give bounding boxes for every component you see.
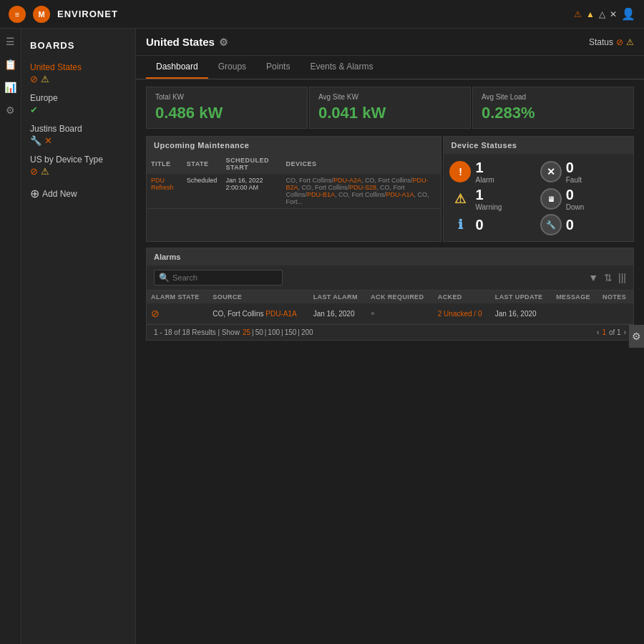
tab-bar: Dashboard Groups Points Events & Alarms bbox=[136, 56, 644, 79]
search-icon: 🔍 bbox=[159, 273, 170, 283]
tab-events-alarms[interactable]: Events & Alarms bbox=[300, 56, 383, 79]
show-100[interactable]: 100 bbox=[268, 328, 280, 336]
warning-label: Warning bbox=[475, 203, 502, 211]
tab-groups[interactable]: Groups bbox=[208, 56, 256, 79]
sidebar-item-europe[interactable]: Europe ✔ bbox=[21, 89, 135, 119]
menu-button[interactable]: ≡ bbox=[9, 6, 26, 23]
sidebar: BOARDS United States ⊘ ⚠ Europe ✔ Justin… bbox=[21, 29, 136, 644]
alarm-message-cell bbox=[552, 303, 598, 324]
alarm-badge-icon: ⊘ bbox=[30, 166, 38, 177]
sidebar-item-us-device-type[interactable]: US by Device Type ⊘ ⚠ bbox=[21, 150, 135, 181]
sidebar-item-united-states[interactable]: United States ⊘ ⚠ bbox=[21, 58, 135, 89]
settings-gear-icon[interactable]: ⚙ bbox=[219, 36, 228, 48]
warning-icon: ▲ bbox=[586, 9, 595, 19]
sidebar-item-status: 🔧 ✕ bbox=[30, 135, 127, 146]
acked-link[interactable]: 2 Unacked / 0 bbox=[438, 310, 482, 318]
right-settings-button[interactable]: ⚙ bbox=[629, 325, 644, 348]
down-circle-icon: 🖥 bbox=[540, 188, 562, 210]
ds-alarm: ! 1 Alarm bbox=[449, 160, 537, 184]
info-icon: △ bbox=[599, 9, 605, 19]
nav-boards-icon[interactable]: 📋 bbox=[4, 59, 16, 70]
ds-down: 🖥 0 Down bbox=[540, 187, 628, 211]
tab-dashboard[interactable]: Dashboard bbox=[146, 56, 208, 79]
alarm-acked-cell: 2 Unacked / 0 bbox=[434, 303, 491, 324]
tab-points[interactable]: Points bbox=[256, 56, 300, 79]
app-logo: M bbox=[33, 6, 50, 23]
prev-page-icon[interactable]: ‹ bbox=[597, 328, 599, 336]
device-statuses-box: Device Statuses ! 1 Alarm ✕ 0 Fault bbox=[443, 136, 634, 242]
device-status-grid: ! 1 Alarm ✕ 0 Fault ⚠ bbox=[444, 154, 633, 241]
alarm-label: Alarm bbox=[475, 176, 494, 184]
close-icon: ✕ bbox=[610, 9, 617, 19]
stat-label: Avg Site KW bbox=[318, 93, 462, 101]
down-label: Down bbox=[566, 203, 585, 211]
ds-tool: 🔧 0 bbox=[540, 214, 628, 235]
sort-icon[interactable]: ⇅ bbox=[604, 272, 613, 283]
stat-avg-site-kw: Avg Site KW 0.041 kW bbox=[309, 87, 471, 129]
maint-devices-cell: CO, Fort Collins/PDU-A2A, CO, Fort Colli… bbox=[282, 174, 441, 209]
ds-fault: ✕ 0 Fault bbox=[540, 160, 628, 184]
alarm-last-update-cell: Jan 16, 2020 bbox=[491, 303, 552, 324]
add-new-button[interactable]: ⊕ Add New bbox=[21, 181, 135, 206]
col-title: TITLE bbox=[147, 154, 182, 174]
left-nav: ☰ 📋 📊 ⚙ bbox=[0, 29, 21, 644]
separator: | bbox=[281, 328, 283, 336]
alarm-row: ⊘ CO, Fort Collins PDU-A1A Jan 16, 2020 … bbox=[147, 303, 633, 324]
nav-chart-icon[interactable]: 📊 bbox=[4, 82, 16, 93]
ds-info: ℹ 0 bbox=[449, 214, 537, 235]
device-statuses-title: Device Statuses bbox=[444, 137, 633, 154]
page-title-text: United States bbox=[146, 36, 215, 48]
tool-circle-icon: 🔧 bbox=[540, 214, 562, 235]
fault-label: Fault bbox=[566, 176, 582, 184]
ok-badge-icon: ✔ bbox=[30, 104, 38, 115]
sidebar-item-label: United States bbox=[30, 62, 127, 72]
sidebar-item-justins-board[interactable]: Justins Board 🔧 ✕ bbox=[21, 119, 135, 150]
col-last-update: LAST UPDATE bbox=[491, 291, 552, 303]
stat-total-kw: Total KW 0.486 kW bbox=[146, 87, 308, 129]
content-header: United States ⚙ Status ⊘ ⚠ bbox=[136, 29, 644, 56]
show-150[interactable]: 150 bbox=[285, 328, 297, 336]
filter-icon[interactable]: ▼ bbox=[588, 272, 598, 283]
maint-title-cell[interactable]: PDU Refresh bbox=[147, 174, 182, 209]
sidebar-item-label: Justins Board bbox=[30, 124, 127, 134]
status-warning-icon: ⚠ bbox=[626, 37, 634, 47]
col-acked: ACKED bbox=[434, 291, 491, 303]
sidebar-item-status: ⊘ ⚠ bbox=[30, 74, 127, 84]
warning-circle-icon: ⚠ bbox=[449, 188, 471, 210]
show-50[interactable]: 50 bbox=[255, 328, 263, 336]
next-page-icon[interactable]: › bbox=[624, 328, 626, 336]
tool-count: 0 bbox=[566, 217, 574, 233]
alarm-count: 1 bbox=[475, 160, 494, 176]
table-row: PDU Refresh Scheduled Jan 16, 2022 2:00:… bbox=[147, 174, 441, 209]
stat-label: Avg Site Load bbox=[482, 93, 625, 101]
search-box[interactable]: 🔍 bbox=[154, 270, 283, 286]
show-200[interactable]: 200 bbox=[301, 328, 313, 336]
col-last-alarm: LAST ALARM bbox=[309, 291, 366, 303]
alarm-last-alarm-cell: Jan 16, 2020 bbox=[309, 303, 366, 324]
warning-badge-icon: ⚠ bbox=[41, 166, 49, 177]
info-circle-icon: ℹ bbox=[449, 214, 471, 235]
stat-label: Total KW bbox=[155, 93, 298, 101]
fault-count: 0 bbox=[566, 160, 582, 176]
col-devices: DEVICES bbox=[282, 154, 441, 174]
show-25[interactable]: 25 bbox=[243, 328, 250, 336]
col-scheduled: SCHEDULED START bbox=[221, 154, 281, 174]
warning-badge-icon: ⚠ bbox=[41, 74, 49, 84]
user-icon[interactable]: 👤 bbox=[621, 7, 635, 21]
alarms-toolbar: 🔍 ▼ ⇅ ||| bbox=[147, 265, 633, 291]
tool-badge-icon: 🔧 bbox=[30, 135, 42, 146]
source-link[interactable]: PDU-A1A bbox=[265, 310, 296, 318]
alarms-toolbar-right: ▼ ⇅ ||| bbox=[588, 272, 626, 283]
alarms-footer: 1 - 18 of 18 Results | Show 25 | 50 | 10… bbox=[147, 324, 633, 340]
nav-settings-icon[interactable]: ⚙ bbox=[6, 104, 15, 116]
alarm-icon: ⚠ bbox=[574, 9, 582, 19]
sidebar-item-label: US by Device Type bbox=[30, 155, 127, 165]
maint-scheduled-cell: Jan 16, 2022 2:00:00 AM bbox=[221, 174, 281, 209]
search-input[interactable] bbox=[172, 273, 278, 282]
nav-menu-icon[interactable]: ☰ bbox=[6, 36, 15, 47]
alarm-notes-cell bbox=[598, 303, 633, 324]
maintenance-box: Upcoming Maintenance TITLE STATE SCHEDUL… bbox=[146, 136, 441, 242]
columns-icon[interactable]: ||| bbox=[618, 272, 626, 283]
alarm-circle-icon: ! bbox=[449, 161, 471, 182]
alarm-state-icon: ⊘ bbox=[151, 308, 160, 319]
